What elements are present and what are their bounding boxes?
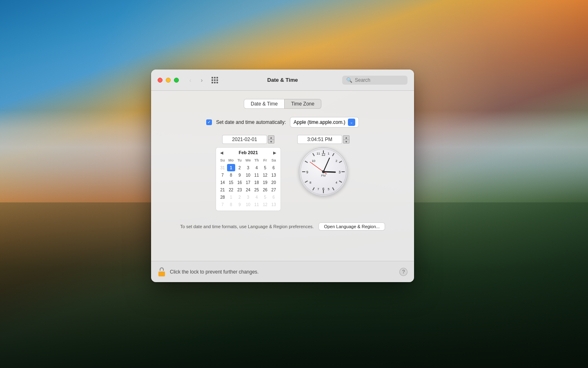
cal-day-2-next: 2 — [236, 193, 244, 201]
search-icon: 🔍 — [346, 77, 352, 83]
checkmark-icon: ✓ — [207, 120, 211, 124]
date-input[interactable] — [222, 135, 267, 144]
date-input-row: ▲ ▼ — [222, 135, 274, 144]
tab-time-zone[interactable]: Time Zone — [284, 99, 321, 109]
forward-button[interactable]: › — [197, 75, 207, 85]
calendar-next-button[interactable]: ▶ — [272, 150, 278, 156]
cal-day-12-next: 12 — [261, 201, 269, 208]
lock-body — [158, 272, 165, 276]
cal-week-5: 28 1 2 3 4 5 6 — [218, 193, 278, 201]
time-increment-button[interactable]: ▲ — [343, 135, 350, 139]
cal-day-12[interactable]: 12 — [261, 171, 269, 179]
cal-day-14[interactable]: 14 — [218, 179, 227, 186]
calendar-header: ◀ Feb 2021 ▶ — [218, 150, 278, 155]
cal-day-3-next: 3 — [244, 193, 252, 201]
search-input[interactable] — [355, 77, 403, 83]
maximize-button[interactable] — [174, 78, 179, 83]
clock-section: ▲ ▼ — [297, 135, 350, 196]
calendar-widget: ◀ Feb 2021 ▶ Su Mo Tu We Th Fr — [216, 147, 281, 211]
cal-day-3[interactable]: 3 — [244, 164, 252, 171]
cal-day-17[interactable]: 17 — [244, 179, 252, 186]
cal-day-9-next: 9 — [236, 201, 244, 208]
cal-day-31-prev[interactable]: 31 — [218, 164, 227, 171]
analog-clock: 12 3 6 9 2 4 10 8 5 7 1 11 PM — [299, 147, 348, 196]
svg-text:6: 6 — [323, 187, 325, 191]
pm-label: PM — [321, 174, 326, 177]
lock-label: Click the lock to prevent further change… — [170, 269, 258, 275]
svg-text:3: 3 — [339, 170, 341, 174]
note-row: To set date and time formats, use Langua… — [159, 222, 406, 231]
cal-day-2[interactable]: 2 — [236, 164, 244, 171]
cal-day-7[interactable]: 7 — [218, 171, 227, 179]
cal-day-23[interactable]: 23 — [236, 186, 244, 193]
cal-header-tu: Tu — [236, 157, 244, 164]
time-decrement-button[interactable]: ▼ — [343, 139, 350, 144]
svg-text:2: 2 — [336, 159, 337, 163]
cal-day-13[interactable]: 13 — [270, 171, 278, 179]
cal-header-th: Th — [252, 157, 261, 164]
cal-day-22[interactable]: 22 — [227, 186, 235, 193]
time-input-row: ▲ ▼ — [297, 135, 350, 144]
cal-day-27[interactable]: 27 — [270, 186, 278, 193]
lock-icon[interactable] — [158, 267, 166, 276]
cal-week-2: 7 8 9 10 11 12 13 — [218, 171, 278, 179]
back-button[interactable]: ‹ — [185, 75, 195, 85]
lock-shackle — [160, 267, 164, 271]
cal-header-su: Su — [218, 157, 227, 164]
svg-text:12: 12 — [321, 153, 325, 157]
grid-view-button[interactable] — [210, 75, 220, 85]
cal-day-9[interactable]: 9 — [236, 171, 244, 179]
open-language-region-button[interactable]: Open Language & Region... — [318, 222, 385, 231]
cal-day-26[interactable]: 26 — [261, 186, 269, 193]
lock-row: Click the lock to prevent further change… — [158, 267, 258, 276]
svg-text:5: 5 — [327, 187, 329, 191]
time-stepper: ▲ ▼ — [343, 135, 350, 144]
cal-day-24[interactable]: 24 — [244, 186, 252, 193]
date-decrement-button[interactable]: ▼ — [268, 139, 274, 144]
cal-day-19[interactable]: 19 — [261, 179, 269, 186]
close-button[interactable] — [158, 78, 163, 83]
note-text: To set date and time formats, use Langua… — [180, 224, 314, 229]
cal-day-1[interactable]: 1 — [227, 164, 235, 171]
cal-day-28[interactable]: 28 — [218, 193, 227, 201]
tabs: Date & Time Time Zone — [159, 99, 406, 109]
date-stepper: ▲ ▼ — [268, 135, 274, 144]
cal-day-1-next: 1 — [227, 193, 235, 201]
server-name: Apple (time.apple.com.) — [294, 119, 345, 125]
calendar-section: ▲ ▼ ◀ Feb 2021 ▶ Su Mo — [216, 135, 281, 211]
date-increment-button[interactable]: ▲ — [268, 135, 274, 139]
footer: Click the lock to prevent further change… — [151, 261, 414, 282]
calendar-grid: Su Mo Tu We Th Fr Sa 31 1 2 — [218, 157, 278, 208]
minimize-button[interactable] — [166, 78, 171, 83]
window-title: Date & Time — [267, 77, 298, 83]
search-bar[interactable]: 🔍 — [342, 76, 408, 85]
svg-text:1: 1 — [327, 152, 329, 155]
cal-day-10-next: 10 — [244, 201, 252, 208]
cal-day-18[interactable]: 18 — [252, 179, 261, 186]
cal-day-20[interactable]: 20 — [270, 179, 278, 186]
cal-day-25[interactable]: 25 — [252, 186, 261, 193]
cal-day-11[interactable]: 11 — [252, 171, 261, 179]
cal-day-7-next: 7 — [218, 201, 227, 208]
cal-day-5[interactable]: 5 — [261, 164, 269, 171]
cal-day-16[interactable]: 16 — [236, 179, 244, 186]
auto-time-label: Set date and time automatically: — [216, 119, 286, 125]
cal-day-6[interactable]: 6 — [270, 164, 278, 171]
cal-week-3: 14 15 16 17 18 19 20 — [218, 179, 278, 186]
time-input[interactable] — [297, 135, 342, 144]
cal-day-15[interactable]: 15 — [227, 179, 235, 186]
auto-time-checkbox[interactable]: ✓ — [206, 119, 212, 125]
calendar-prev-button[interactable]: ◀ — [218, 150, 225, 156]
cal-day-21[interactable]: 21 — [218, 186, 227, 193]
cal-week-6: 7 8 9 10 11 12 13 — [218, 201, 278, 208]
server-select[interactable]: Apple (time.apple.com.) ⌄ — [290, 117, 359, 128]
cal-day-4[interactable]: 4 — [252, 164, 261, 171]
cal-header-fr: Fr — [261, 157, 269, 164]
cal-day-8[interactable]: 8 — [227, 171, 235, 179]
cal-day-10[interactable]: 10 — [244, 171, 252, 179]
help-button[interactable]: ? — [399, 268, 408, 276]
cal-week-1: 31 1 2 3 4 5 6 — [218, 164, 278, 171]
cal-day-11-next: 11 — [252, 201, 261, 208]
svg-text:8: 8 — [310, 181, 311, 184]
tab-date-time[interactable]: Date & Time — [244, 99, 284, 109]
